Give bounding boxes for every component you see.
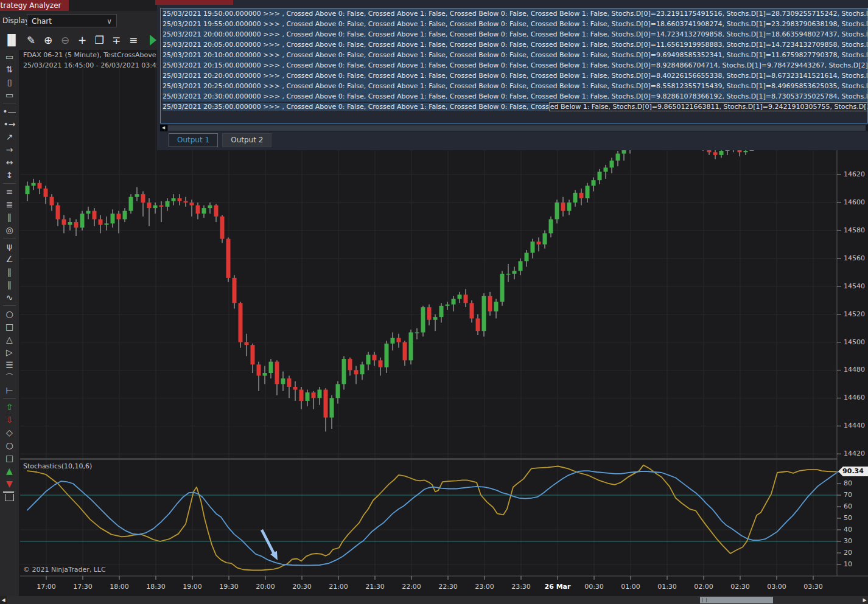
fib-time-icon[interactable]: ∥ [0, 211, 19, 223]
candle-body [269, 362, 273, 373]
line-segment-icon[interactable]: •— [0, 105, 19, 117]
text-icon[interactable]: ☰ [0, 359, 19, 371]
candle-body [537, 241, 541, 245]
candle-body [141, 194, 145, 203]
log-line[interactable]: 25/03/2021 20:30:00.000000 >>> , Crossed… [163, 91, 867, 102]
diamond-marker-icon[interactable]: ◇ [0, 426, 19, 439]
scroll-left-icon[interactable]: ◀ [0, 596, 7, 604]
output-log-text[interactable]: 25/03/2021 19:50:00.000000 >>> , Crossed… [160, 8, 868, 123]
stochastics-axis-label: 30 [844, 537, 852, 545]
arrow-up-marker-icon[interactable]: ⇧ [0, 401, 19, 413]
candle-body [135, 194, 139, 197]
fib-circle-icon[interactable]: ◎ [0, 224, 19, 236]
fib-retracement-icon[interactable]: ≡ [0, 186, 19, 198]
candle-body [555, 203, 559, 220]
chart-instrument-label: FDAX 06-21 (5 Minute), TestCrossAbove [23, 51, 156, 59]
freehand-icon[interactable]: ∿ [0, 291, 19, 304]
region-x-icon[interactable]: ▭ [0, 89, 19, 101]
time-axis-label: 21:00 [325, 583, 352, 591]
chart-toolbar: ▐▌✎⊕⊖+❐∓≡ [0, 31, 157, 50]
candle-body [147, 203, 152, 208]
log-line[interactable]: 25/03/2021 20:10:00.000000 >>> , Crossed… [163, 50, 867, 60]
arc-icon[interactable]: ⌒ [0, 372, 19, 384]
triangle-icon[interactable]: △ [0, 333, 19, 345]
region-y-icon[interactable]: ▯ [0, 76, 19, 88]
output-horizontal-scrollbar[interactable]: ◀ [160, 125, 868, 131]
candle-body [494, 302, 499, 311]
square-marker-icon[interactable]: □ [0, 452, 19, 464]
crosshair-icon[interactable]: + [74, 33, 90, 47]
arrow-down-marker-icon[interactable]: ⇩ [0, 414, 19, 426]
arrow-line-icon[interactable]: → [0, 144, 19, 156]
output-scroll-left-icon[interactable]: ◀ [160, 125, 167, 131]
log-line[interactable]: 25/03/2021 19:50:00.000000 >>> , Crossed… [163, 9, 867, 19]
data-box-icon[interactable]: ❐ [91, 33, 107, 47]
candle-body [744, 151, 748, 152]
candle-body [32, 183, 36, 186]
stochastics-last-value-marker: 90.34 [838, 467, 868, 476]
zoom-in-icon[interactable]: ⊕ [40, 33, 56, 47]
candle-body [263, 373, 267, 376]
dot-marker-icon[interactable]: ○ [0, 439, 19, 451]
candle-body [26, 186, 30, 194]
time-axis-label: 17:00 [33, 583, 60, 591]
triangle-up-marker-icon[interactable]: ▲ [0, 465, 19, 477]
trend-line-icon[interactable]: ↗ [0, 131, 19, 143]
channel-icon[interactable]: ∥ [0, 266, 19, 278]
candle-body [275, 362, 279, 384]
candle-body [38, 183, 42, 189]
candle-body [324, 390, 328, 418]
scroll-right-icon[interactable]: ▶ [861, 596, 868, 604]
chart-style-icon[interactable]: ▐▌ [4, 33, 19, 47]
candle-body [281, 378, 285, 384]
tab-output-2[interactable]: Output 2 [222, 133, 271, 147]
tab-strategy-analyzer[interactable]: Strategy Analyzer [0, 0, 69, 11]
run-strategy-icon[interactable] [150, 35, 156, 46]
ruler-icon[interactable]: ▭ [0, 50, 19, 63]
pitchfork-icon[interactable]: ψ [0, 240, 19, 252]
candle-body [239, 303, 243, 342]
log-line[interactable]: 25/03/2021 20:35:00.000000 >>> , Crossed… [163, 102, 867, 112]
fib-extension-icon[interactable]: ≣ [0, 198, 19, 210]
candle-body [330, 398, 334, 417]
gann-fan-icon[interactable]: ∠ [0, 253, 19, 265]
tab-output-1[interactable]: Output 1 [169, 133, 218, 147]
log-line[interactable]: 25/03/2021 20:20:00.000000 >>> , Crossed… [163, 71, 867, 81]
polygon-icon[interactable]: ▷ [0, 346, 19, 358]
sidebar-separator [3, 305, 16, 306]
candle-body [166, 201, 170, 207]
ninjascript-output-window[interactable]: 25/03/2021 19:50:00.000000 >>> , Crossed… [157, 0, 868, 150]
zoom-out-icon[interactable]: ⊖ [57, 33, 73, 47]
indicator-icon[interactable]: ∓ [108, 33, 124, 47]
display-dropdown[interactable]: Chart ∨ [27, 14, 117, 27]
chart-horizontal-scrollbar[interactable]: ◀ ▶ [0, 596, 868, 604]
ray-icon[interactable]: •→ [0, 118, 19, 130]
scrollbar-thumb[interactable] [700, 597, 773, 603]
output-window-title-strip[interactable] [155, 0, 233, 5]
ellipse-icon[interactable]: ○ [0, 308, 19, 320]
candle-body [117, 213, 121, 219]
log-line[interactable]: 25/03/2021 20:05:00.000000 >>> , Crossed… [163, 40, 867, 50]
time-axis-label: 20:00 [252, 583, 279, 591]
output-scrollbar-thumb[interactable] [168, 125, 866, 131]
regression-icon[interactable]: ∥ [0, 279, 19, 291]
candle-body [74, 222, 79, 227]
candle-body [531, 241, 535, 252]
trash-icon[interactable] [0, 494, 19, 506]
strategy-analyzer-window: Strategy Analyzer Display Chart ∨ ▐▌✎⊕⊖+… [0, 0, 868, 604]
candle-body [342, 359, 346, 384]
risk-reward-icon[interactable]: ⊢ [0, 384, 19, 397]
log-line[interactable]: 25/03/2021 20:25:00.000000 >>> , Crossed… [163, 81, 867, 91]
list-icon[interactable]: ≡ [125, 33, 141, 47]
log-line[interactable]: 25/03/2021 20:15:00.000000 >>> , Crossed… [163, 60, 867, 71]
log-line[interactable]: 25/03/2021 19:55:00.000000 >>> , Crossed… [163, 19, 867, 29]
triangle-down-marker-icon[interactable]: ▼ [0, 477, 19, 490]
vertical-line-icon[interactable]: ↕ [0, 169, 19, 181]
horizontal-line-icon[interactable]: ↔ [0, 156, 19, 168]
updown-arrows-icon[interactable]: ⇅ [0, 63, 19, 75]
time-axis-label: 22:30 [435, 583, 461, 591]
log-line[interactable]: 25/03/2021 20:00:00.000000 >>> , Crossed… [163, 29, 867, 40]
pencil-icon[interactable]: ✎ [23, 33, 39, 47]
rectangle-icon[interactable]: □ [0, 321, 19, 333]
candle-body [312, 392, 316, 398]
